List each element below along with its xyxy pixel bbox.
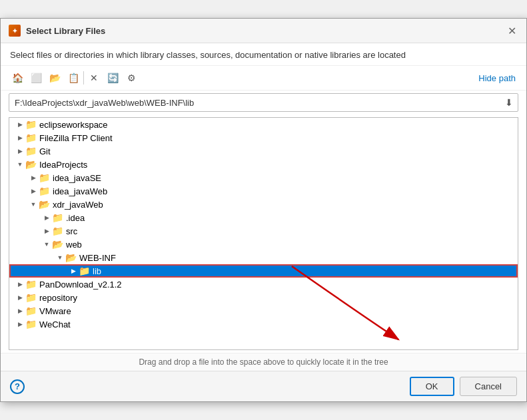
tree-expander: ▶	[15, 132, 25, 143]
tree-expander: ▶	[15, 146, 25, 156]
tree-item[interactable]: ▶ 📁 src	[9, 224, 518, 238]
tree-item[interactable]: ▶ 📁 PanDownload_v2.1.2	[9, 278, 518, 291]
delete-button[interactable]: ✕	[85, 70, 103, 86]
item-label: IdeaProjects	[39, 160, 87, 170]
folder-icon: 📁	[25, 132, 37, 143]
dialog-subtitle: Select files or directories in which lib…	[1, 43, 526, 66]
path-input[interactable]	[9, 95, 500, 111]
item-label: Git	[39, 146, 51, 156]
select-library-dialog: ✦ Select Library Files ✕ Select files or…	[0, 18, 527, 402]
ok-button[interactable]: OK	[410, 377, 454, 396]
drag-hint: Drag and drop a file into the space abov…	[1, 353, 526, 371]
link-button[interactable]: ⚙	[123, 70, 140, 86]
folder-icon: 📁	[52, 226, 63, 236]
item-label: web	[66, 240, 82, 250]
folder-icon: 📁	[39, 172, 50, 183]
title-bar: ✦ Select Library Files ✕	[1, 19, 526, 43]
refresh-button[interactable]: 🔄	[104, 70, 121, 86]
tree-item[interactable]: ▶ 📁 eclipseworkspace	[9, 118, 518, 131]
app-icon: ✦	[9, 25, 21, 37]
tree-item[interactable]: ▼ 📂 xdr_javaWeb	[9, 198, 518, 211]
folder-icon: 📁	[25, 119, 37, 130]
tree-expander: ▶	[28, 172, 39, 183]
dialog-footer: ? OK Cancel	[1, 371, 526, 401]
home-button[interactable]: 🏠	[9, 70, 26, 86]
hide-path-button[interactable]: Hide path	[476, 72, 518, 85]
tree-item[interactable]: ▶ 📁 WeChat	[9, 317, 518, 331]
tree-expander: ▶	[68, 266, 79, 276]
item-label: .idea	[66, 213, 85, 223]
tree-item[interactable]: ▶ 📁 VMware	[9, 304, 518, 317]
tree-item[interactable]: ▶ 📁 Git	[9, 144, 518, 158]
tree-item[interactable]: ▶ 📁 FileZilla FTP Client	[9, 131, 518, 144]
path-download-button[interactable]: ⬇	[500, 94, 518, 111]
folder-up-button[interactable]: 📋	[65, 70, 82, 86]
tree-expander: ▶	[41, 212, 52, 223]
folder-icon: 📂	[65, 252, 77, 263]
folder-icon: 📁	[25, 306, 37, 316]
folder-icon: 📁	[25, 146, 37, 156]
tree-expander: ▶	[15, 306, 25, 316]
item-label: eclipseworkspace	[39, 120, 108, 130]
folder-icon: 📁	[25, 292, 37, 303]
tree-expander: ▼	[41, 239, 52, 250]
folder-icon: 📁	[25, 319, 37, 329]
tree-item[interactable]: ▶ 📁 repository	[9, 291, 518, 304]
folder-icon: 📂	[52, 239, 63, 250]
dialog-title: Select Library Files	[26, 26, 105, 36]
tree-expander: ▶	[15, 119, 25, 130]
item-label: PanDownload_v2.1.2	[39, 280, 122, 290]
tree-item[interactable]: ▼ 📂 IdeaProjects	[9, 158, 518, 171]
footer-buttons: OK Cancel	[410, 377, 517, 396]
item-label: src	[66, 226, 77, 236]
item-label: WeChat	[39, 319, 71, 329]
folder-icon: 📁	[79, 266, 90, 276]
item-label: lib	[93, 266, 101, 276]
folder-icon: 📁	[25, 279, 37, 290]
help-button[interactable]: ?	[10, 379, 25, 394]
tree-expander: ▶	[15, 279, 25, 290]
folder-icon: 📁	[52, 212, 63, 223]
toolbar-separator-1	[83, 71, 84, 85]
item-label: xdr_javaWeb	[53, 200, 103, 210]
tree-expander: ▼	[15, 159, 25, 170]
tree-item[interactable]: ▶ 📁 .idea	[9, 211, 518, 224]
cancel-button[interactable]: Cancel	[460, 377, 517, 396]
file-tree[interactable]: ▶ 📁 eclipseworkspace ▶ 📁 FileZilla FTP C…	[9, 117, 518, 350]
toolbar: 🏠 ⬜ 📂 📋 ✕ 🔄 ⚙ Hide path	[1, 66, 526, 91]
item-label: VMware	[39, 306, 71, 316]
tree-item[interactable]: ▶ 📁 idea_javaSE	[9, 171, 518, 184]
close-button[interactable]: ✕	[505, 24, 518, 37]
tree-item-lib[interactable]: ▶ 📁 lib	[9, 264, 518, 278]
tree-expander: ▶	[15, 319, 25, 329]
item-label: repository	[39, 293, 77, 303]
path-bar: ⬇	[9, 93, 518, 112]
title-bar-left: ✦ Select Library Files	[9, 25, 105, 37]
item-label: WEB-INF	[79, 253, 116, 263]
tree-item[interactable]: ▼ 📂 WEB-INF	[9, 251, 518, 264]
item-label: FileZilla FTP Client	[39, 133, 113, 143]
tree-expander: ▼	[55, 252, 65, 263]
folder-icon: 📂	[25, 159, 37, 170]
red-arrow-svg	[278, 300, 425, 353]
tree-item[interactable]: ▶ 📁 idea_javaWeb	[9, 184, 518, 198]
folder-icon: 📂	[39, 199, 50, 210]
tree-item[interactable]: ▼ 📂 web	[9, 238, 518, 251]
item-label: idea_javaWeb	[53, 186, 107, 196]
toolbar-buttons: 🏠 ⬜ 📂 📋 ✕ 🔄 ⚙	[9, 70, 140, 86]
desktop-button[interactable]: ⬜	[27, 70, 45, 86]
folder-icon: 📁	[39, 186, 50, 196]
item-label: idea_javaSE	[53, 173, 101, 183]
folder-new-button[interactable]: 📂	[46, 70, 63, 86]
tree-expander: ▶	[28, 186, 39, 196]
tree-expander: ▼	[28, 199, 39, 210]
tree-expander: ▶	[41, 226, 52, 236]
tree-expander: ▶	[15, 292, 25, 303]
